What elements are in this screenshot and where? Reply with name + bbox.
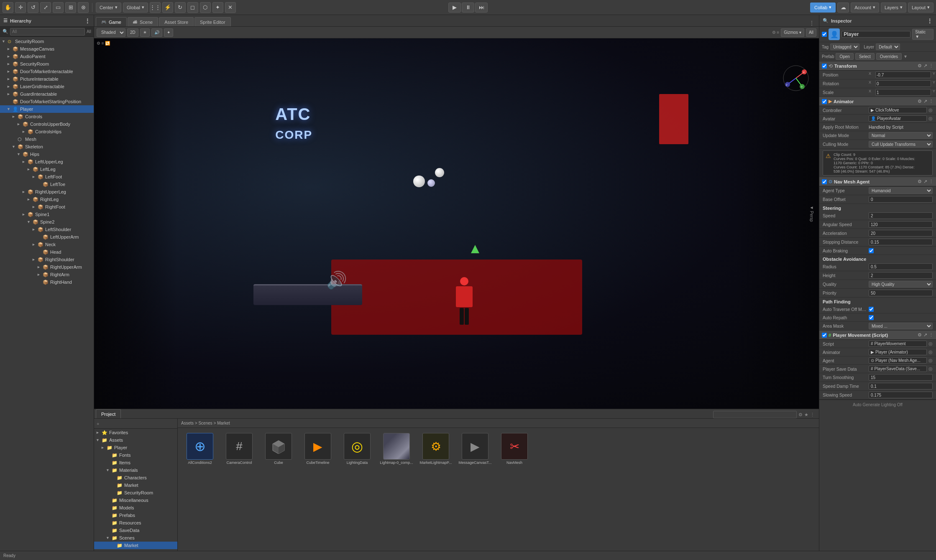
tree-item-spine1[interactable]: ► 📦 Spine1 [0,211,94,218]
tree-item-righthand[interactable]: 📦 RightHand [0,278,94,286]
overrides-btn[interactable]: Overrides [876,53,902,60]
asset-cameracontrol[interactable]: # CameraControl [220,431,258,466]
global-dropdown[interactable]: Global ▾ [123,3,148,13]
tree-item-securityroom-obj[interactable]: ► 📦 SecurityRoom [0,60,94,68]
tree-item-lasergrid[interactable]: ► 📦 LaserGridInteractable [0,83,94,90]
proj-player[interactable]: ► 📁 Player [94,444,177,451]
controller-ref[interactable]: ▶ ClickToMove [869,107,927,113]
rotate-tool-btn[interactable]: ↺ [28,2,38,13]
grid-btn[interactable]: ⋮⋮ [150,2,161,13]
static-badge[interactable]: Static ▼ [912,29,933,40]
script-pick-btn[interactable]: ◎ [928,341,933,346]
angular-speed-field[interactable] [869,221,933,228]
pm-expand-icon[interactable]: ↗ [923,332,927,338]
tree-item-picture[interactable]: ► 📦 PictureInteractable [0,75,94,83]
object-enabled-checkbox[interactable] [822,32,827,37]
add-btn[interactable]: + [97,421,99,426]
transform-component-header[interactable]: ⟲ Transform ⚙ ↗ ⋮ [819,61,936,71]
proj-scenes[interactable]: ▼ 📁 Scenes [94,534,177,542]
animator-settings-icon[interactable]: ⚙ [918,99,922,104]
turn-smoothing-field[interactable] [869,374,933,381]
tab-project[interactable]: Project [96,409,121,418]
pause-button[interactable]: ⏸ [462,3,474,13]
proj-scenes-persistent[interactable]: 📁 Persistent [94,549,177,551]
hand-tool-btn[interactable]: ✋ [3,2,13,13]
all-btn[interactable]: All [806,28,816,37]
project-tree-favorites[interactable]: ► ⭐ Favorites [94,429,177,436]
tree-item-ctrlhips[interactable]: ► 📦 ControlsHips [0,128,94,135]
asset-lightingdata[interactable]: ◎ LightingData [338,431,376,466]
transform-tool-btn[interactable]: ⊞ [65,2,76,13]
cloud-button[interactable]: ☁ [837,3,849,13]
transform-menu-icon[interactable]: ⋮ [929,63,933,69]
tree-item-doortomktstart[interactable]: 📦 DoorToMarketStartingPosition [0,98,94,105]
extra2-btn[interactable]: ✕ [225,2,236,13]
acceleration-field[interactable] [869,230,933,237]
tree-item-doortomkt[interactable]: ► 📦 DoorToMarketInteractable [0,68,94,75]
animator-component-header[interactable]: ▶ Animator ⚙ ↗ ⋮ [819,97,936,106]
auto-repath-checkbox[interactable] [869,315,874,320]
play-button[interactable]: ▶ [448,3,461,13]
tree-item-rightfoot[interactable]: ► 📦 RightFoot [0,203,94,211]
extra1-btn[interactable]: ✦ [212,2,223,13]
audio-btn[interactable]: 🔊 [151,28,162,37]
proj-items[interactable]: 📁 Items [94,459,177,466]
tab-asset-store[interactable]: Asset Store [159,17,194,26]
tree-item-skeleton[interactable]: ▼ 📦 Skeleton [0,143,94,150]
lighting-btn[interactable]: ☀ [140,28,150,37]
tree-item-securityroom-scene[interactable]: ▼ ⊙ SecurityRoom [0,38,94,45]
scale-tool-btn[interactable]: ⤢ [40,2,51,13]
agent-type-select[interactable]: Humanoid [869,187,933,194]
pm-save-pick-btn[interactable]: ◎ [928,366,933,372]
proj-mat-secroom[interactable]: 📁 SecurityRoom [94,489,177,496]
height-field[interactable] [869,272,933,279]
tree-item-lefttoe[interactable]: 📦 LeftToe [0,181,94,188]
transform-settings-icon[interactable]: ⚙ [918,63,922,69]
area-mask-select[interactable]: Mixed ... [869,323,933,329]
fx-btn[interactable]: ✦ [164,28,173,37]
tree-item-rightshoulder[interactable]: ► 📦 RightShoulder [0,256,94,263]
scale-x-field[interactable] [875,89,931,96]
gizmos-btn[interactable]: Gizmos ▾ [781,28,804,37]
tree-item-leftfoot[interactable]: ► 📦 LeftFoot [0,173,94,181]
transform-expand-icon[interactable]: ↗ [923,63,927,69]
asset-cubetimeline[interactable]: ▶ CubeTimeline [299,431,337,466]
inspector-menu-btn[interactable]: ⋮ [927,18,933,24]
pm-agent-pick-btn[interactable]: ◎ [928,358,933,363]
tree-item-player[interactable]: ▼ 👤 Player [0,105,94,113]
asset-lightmap[interactable]: Lightmap-0_comp... [378,431,415,466]
tab-game[interactable]: 🎮 Game [96,17,127,26]
tree-item-neck[interactable]: ► 📦 Neck [0,241,94,248]
layout-dropdown[interactable]: Layout ▾ [908,3,933,13]
proj-prefabs[interactable]: 📁 Prefabs [94,512,177,519]
avatar-ref[interactable]: 👤 PlayerAvatar [869,115,927,122]
tree-item-rightleg[interactable]: ► 📦 RightLeg [0,196,94,203]
layers-dropdown[interactable]: Layers ▾ [881,3,906,13]
auto-traverse-checkbox[interactable] [869,307,874,312]
pm-menu-icon[interactable]: ⋮ [929,332,933,338]
2d-button[interactable]: 2D [127,28,138,37]
navmesh-expand-icon[interactable]: ↗ [923,179,927,184]
stopping-dist-field[interactable] [869,239,933,245]
tree-item-rightupperarm[interactable]: ► 📦 RightUpperArm [0,263,94,271]
navmesh-enabled-checkbox[interactable] [822,179,827,184]
tree-item-leftupperleg[interactable]: ► 📦 LeftUpperLeg [0,158,94,165]
asset-messagecanvas[interactable]: ▶ MessageCanvasT... [456,431,494,466]
playermovement-component-header[interactable]: # Player Movement (Script) ⚙ ↗ ⋮ [819,331,936,340]
slowing-speed-field[interactable] [869,392,933,398]
pm-savedata-ref[interactable]: # PlayerSaveData (Save... [869,366,927,372]
layer-select[interactable]: Default [876,43,900,50]
project-settings-btn[interactable]: ⚙ [798,412,803,417]
update-mode-select[interactable]: Normal [869,132,933,139]
project-tree-assets[interactable]: ▼ 📁 Assets [94,436,177,444]
tree-item-messagecanvas[interactable]: ► 📦 MessageCanvas [0,45,94,53]
culling-mode-select[interactable]: Cull Update Transforms [869,141,933,148]
controller-pick-btn[interactable]: ◎ [928,107,933,113]
animator-expand-icon[interactable]: ↗ [923,99,927,104]
speed-damp-field[interactable] [869,383,933,389]
select-prefab-btn[interactable]: Select [855,53,875,60]
proj-resources[interactable]: 📁 Resources [94,519,177,527]
asset-marketlightmap[interactable]: ⚙ MarketLightmapP... [417,431,455,466]
playermovement-enabled-checkbox[interactable] [822,333,827,338]
tree-item-hips[interactable]: ▼ 📦 Hips [0,150,94,158]
